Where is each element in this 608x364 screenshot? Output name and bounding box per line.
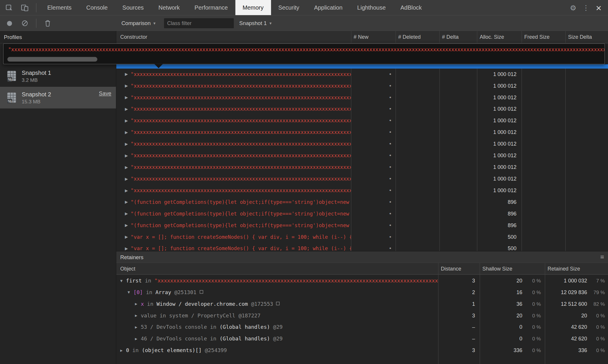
- constructor-row[interactable]: ▶ "(function getCompletions(type){let ob…: [116, 219, 608, 231]
- heap-snapshot-icon: %: [6, 70, 17, 82]
- retainer-row[interactable]: ▶ x in Window / developer.chrome.com @17…: [116, 298, 608, 310]
- close-devtools-button[interactable]: ×: [592, 0, 606, 15]
- profile-text: Snapshot 2 15.3 MB: [22, 91, 51, 105]
- deleted-count-cell: [396, 126, 439, 138]
- expand-arrow-icon[interactable]: ▶: [135, 302, 141, 306]
- tab-performance[interactable]: Performance: [187, 0, 235, 15]
- retainer-row[interactable]: ▶ value in system / PropertyCell @187227…: [116, 310, 608, 321]
- retainers-menu-icon[interactable]: ≡: [600, 253, 604, 261]
- profile-item-snapshot-1[interactable]: % Snapshot 1 3.2 MB: [0, 65, 116, 87]
- constructor-row[interactable]: ▶ "xxxxxxxxxxxxxxxxxxxxxxxxxxxxxxxxxxxxx…: [116, 103, 608, 115]
- retainer-row[interactable]: ▶ 53 / DevTools console in (Global handl…: [116, 321, 608, 333]
- retainer-object-text: value in system / PropertyCell @187227: [141, 312, 438, 318]
- expand-arrow-icon[interactable]: ▶: [135, 325, 141, 329]
- size-delta-cell: [565, 91, 608, 103]
- retainer-row[interactable]: ▼ first in "xxxxxxxxxxxxxxxxxxxxxxxxxxxx…: [116, 275, 608, 286]
- tab-security[interactable]: Security: [271, 0, 307, 15]
- deleted-count-cell: [396, 103, 439, 115]
- constructor-row[interactable]: ▶ "xxxxxxxxxxxxxxxxxxxxxxxxxxxxxxxxxxxxx…: [116, 80, 608, 91]
- retainer-row[interactable]: ▶ 46 / DevTools console in (Global handl…: [116, 333, 608, 344]
- constructor-row[interactable]: ▶ "var x = []; function createSomeNodes(…: [116, 243, 608, 251]
- shallow-size-percent: 0 %: [522, 278, 545, 283]
- expand-arrow-icon[interactable]: ▶: [135, 336, 141, 341]
- tab-memory[interactable]: Memory: [235, 0, 271, 15]
- reveal-icon[interactable]: [200, 290, 203, 294]
- column-header-alloc-size[interactable]: Alloc. Size: [477, 31, 521, 43]
- shallow-size-percent: 0 %: [522, 289, 545, 295]
- expand-arrow-icon[interactable]: ▶: [125, 176, 131, 181]
- inspect-element-button[interactable]: [1, 0, 17, 15]
- tab-lighthouse[interactable]: Lighthouse: [350, 0, 393, 15]
- column-header-delta[interactable]: # Delta: [439, 31, 477, 43]
- pending-value-bullet: •: [389, 141, 391, 147]
- expand-arrow-icon[interactable]: ▶: [120, 348, 126, 352]
- expand-arrow-icon[interactable]: ▶: [135, 313, 141, 318]
- expand-arrow-icon[interactable]: ▶: [125, 130, 131, 134]
- tab-sources[interactable]: Sources: [115, 0, 151, 15]
- retainers-column-header-object[interactable]: Object: [116, 263, 438, 274]
- constructor-row[interactable]: ▶ "(function getCompletions(type){let ob…: [116, 196, 608, 208]
- tab-adblock[interactable]: AdBlock: [393, 0, 429, 15]
- constructor-row[interactable]: ▶ "xxxxxxxxxxxxxxxxxxxxxxxxxxxxxxxxxxxxx…: [116, 138, 608, 150]
- constructor-row[interactable]: ▶ "var x = []; function createSomeNodes(…: [116, 231, 608, 243]
- base-snapshot-select[interactable]: Snapshot 1 ▾: [239, 18, 272, 29]
- retainers-column-header-shallow-size[interactable]: Shallow Size: [480, 263, 545, 274]
- expand-arrow-icon[interactable]: ▶: [125, 72, 131, 76]
- class-filter-input[interactable]: [164, 18, 234, 29]
- expand-arrow-icon[interactable]: ▶: [125, 223, 131, 227]
- reveal-icon[interactable]: [276, 302, 280, 305]
- expand-arrow-icon[interactable]: ▶: [125, 235, 131, 239]
- column-header-size-delta[interactable]: Size Delta: [565, 31, 608, 43]
- constructor-cell: ▶ "xxxxxxxxxxxxxxxxxxxxxxxxxxxxxxxxxxxxx…: [116, 173, 351, 184]
- clear-profiles-button[interactable]: [17, 15, 33, 31]
- record-heap-snapshot-button[interactable]: [1, 15, 17, 31]
- constructor-row[interactable]: ▶ "xxxxxxxxxxxxxxxxxxxxxxxxxxxxxxxxxxxxx…: [116, 68, 608, 80]
- expand-arrow-icon[interactable]: ▶: [125, 107, 131, 111]
- expand-arrow-icon[interactable]: ▶: [125, 165, 131, 169]
- expand-arrow-icon[interactable]: ▶: [125, 153, 131, 158]
- expand-arrow-icon[interactable]: ▶: [125, 188, 131, 192]
- column-header-deleted[interactable]: # Deleted: [396, 31, 439, 43]
- constructor-row[interactable]: ▶ "xxxxxxxxxxxxxxxxxxxxxxxxxxxxxxxxxxxxx…: [116, 184, 608, 196]
- device-toolbar-button[interactable]: [17, 0, 33, 15]
- expand-arrow-icon[interactable]: ▶: [125, 95, 131, 100]
- constructor-row[interactable]: ▶ "xxxxxxxxxxxxxxxxxxxxxxxxxxxxxxxxxxxxx…: [116, 91, 608, 103]
- column-header-new[interactable]: # New: [351, 31, 396, 43]
- constructor-string: "xxxxxxxxxxxxxxxxxxxxxxxxxxxxxxxxxxxxxxx…: [131, 152, 351, 158]
- tab-elements[interactable]: Elements: [40, 0, 79, 15]
- constructor-row[interactable]: ▶ "(function getCompletions(type){let ob…: [116, 208, 608, 219]
- constructor-row[interactable]: ▶ "xxxxxxxxxxxxxxxxxxxxxxxxxxxxxxxxxxxxx…: [116, 115, 608, 126]
- delete-profile-button[interactable]: [40, 15, 55, 31]
- tab-network[interactable]: Network: [151, 0, 187, 15]
- perspective-select[interactable]: Comparison ▾: [121, 18, 155, 29]
- expand-arrow-icon[interactable]: ▶: [125, 142, 131, 146]
- expand-arrow-icon[interactable]: ▶: [125, 246, 131, 250]
- retainer-row[interactable]: ▼ [0] in Array @251301 2 16 0 % 12 029 8…: [116, 286, 608, 298]
- retainers-column-header-retained-size[interactable]: Retained Size: [545, 263, 608, 274]
- new-count-cell: •: [351, 150, 396, 161]
- settings-button[interactable]: ⚙: [566, 0, 580, 15]
- column-header-freed-size[interactable]: Freed Size: [521, 31, 565, 43]
- expand-arrow-icon[interactable]: ▼: [128, 290, 133, 294]
- expand-arrow-icon[interactable]: ▶: [125, 200, 131, 204]
- retainer-object-cell: ▶ 46 / DevTools console in (Global handl…: [116, 333, 438, 344]
- tab-application[interactable]: Application: [307, 0, 350, 15]
- more-options-button[interactable]: ⋮: [580, 0, 592, 15]
- profile-item-snapshot-2[interactable]: % Snapshot 2 15.3 MB Save: [0, 87, 116, 109]
- constructor-row[interactable]: ▶ "xxxxxxxxxxxxxxxxxxxxxxxxxxxxxxxxxxxxx…: [116, 161, 608, 173]
- tooltip-scrollbar[interactable]: [7, 57, 97, 62]
- constructor-row[interactable]: ▶ "xxxxxxxxxxxxxxxxxxxxxxxxxxxxxxxxxxxxx…: [116, 173, 608, 184]
- column-header-constructor[interactable]: Constructor: [116, 31, 351, 43]
- retainers-column-header-distance[interactable]: Distance: [438, 263, 479, 274]
- constructor-row[interactable]: ▶ "xxxxxxxxxxxxxxxxxxxxxxxxxxxxxxxxxxxxx…: [116, 126, 608, 138]
- expand-arrow-icon[interactable]: ▶: [125, 211, 131, 216]
- expand-arrow-icon[interactable]: ▶: [125, 84, 131, 88]
- constructor-row[interactable]: ▶ "xxxxxxxxxxxxxxxxxxxxxxxxxxxxxxxxxxxxx…: [116, 150, 608, 161]
- expand-arrow-icon[interactable]: ▼: [120, 278, 126, 283]
- retained-size-value: 1 000 032: [545, 278, 587, 283]
- tab-console[interactable]: Console: [79, 0, 115, 15]
- expand-arrow-icon[interactable]: ▶: [125, 118, 131, 123]
- save-snapshot-link[interactable]: Save: [99, 90, 111, 96]
- freed-size-cell: [521, 161, 565, 173]
- retainer-row[interactable]: ▶ 0 in (object elements)[] @254399 3 336…: [116, 344, 608, 356]
